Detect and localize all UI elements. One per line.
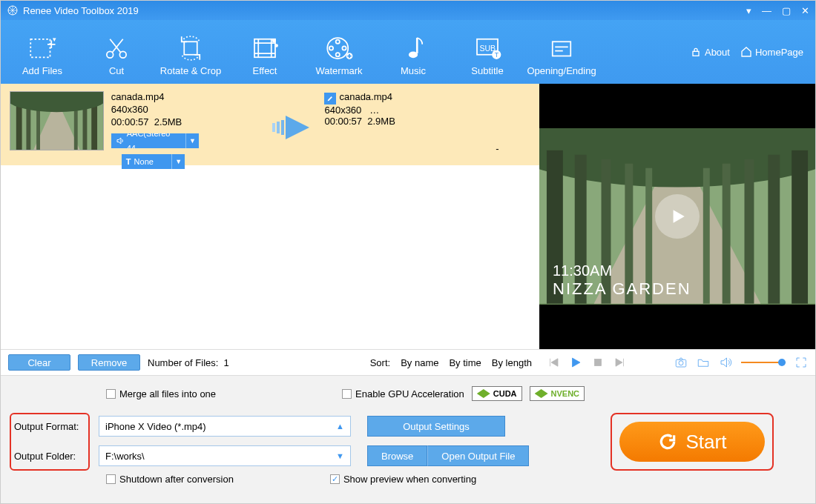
subtitle-icon: SUBT bbox=[450, 31, 524, 65]
tool-cut[interactable]: Cut bbox=[79, 28, 154, 76]
svg-marker-33 bbox=[286, 116, 309, 139]
gpu-accel-checkbox[interactable]: Enable GPU Acceleration bbox=[342, 388, 464, 399]
tool-label: Add Files bbox=[5, 65, 79, 76]
svg-point-6 bbox=[273, 39, 276, 42]
output-settings-label: Output Settings bbox=[403, 421, 470, 432]
output-folder-select[interactable]: F:\works\ ▼ bbox=[99, 445, 351, 466]
sort-by-name[interactable]: By name bbox=[401, 357, 438, 368]
tool-label: Opening/Ending bbox=[524, 65, 599, 76]
dash-placeholder: - bbox=[496, 143, 499, 154]
maximize-button[interactable]: ▢ bbox=[782, 5, 791, 16]
text-icon: T bbox=[126, 154, 131, 169]
scissors-icon bbox=[79, 31, 154, 65]
output-format-value: iPhone X Video (*.mp4) bbox=[105, 421, 206, 432]
convert-arrow-icon bbox=[266, 91, 317, 158]
source-info: canada.mp4 640x360 00:00:57 2.5MB AAC(St… bbox=[111, 91, 258, 158]
svg-point-11 bbox=[329, 46, 333, 50]
reel-plus-icon bbox=[302, 31, 376, 65]
svg-rect-30 bbox=[272, 123, 275, 132]
output-format-select[interactable]: iPhone X Video (*.mp4) ▲ bbox=[99, 416, 351, 437]
lock-icon bbox=[690, 46, 702, 58]
remove-button[interactable]: Remove bbox=[78, 354, 140, 371]
menu-caret-icon[interactable]: ▾ bbox=[746, 5, 751, 16]
remove-label: Remove bbox=[91, 357, 127, 368]
subtitle-track-select[interactable]: TNone ▼ bbox=[122, 154, 185, 169]
show-preview-checkbox[interactable]: Show preview when converting bbox=[330, 474, 476, 485]
open-output-label: Open Output File bbox=[441, 451, 515, 462]
open-folder-button[interactable] bbox=[697, 356, 710, 369]
main-toolbar: Add Files Cut Rotate & Crop Effect Water… bbox=[1, 20, 815, 84]
nvidia-eye-icon bbox=[535, 389, 548, 398]
sort-by-time[interactable]: By time bbox=[449, 357, 481, 368]
sort-by-length[interactable]: By length bbox=[492, 357, 532, 368]
dest-duration: 00:00:57 bbox=[324, 116, 362, 127]
svg-point-14 bbox=[409, 51, 418, 58]
play-button[interactable] bbox=[569, 356, 582, 369]
source-filename: canada.mp4 bbox=[111, 91, 258, 102]
music-note-icon bbox=[376, 31, 450, 65]
cuda-badge: CUDA bbox=[472, 386, 522, 401]
open-output-file-button[interactable]: Open Output File bbox=[427, 445, 529, 466]
file-row[interactable]: canada.mp4 640x360 00:00:57 2.5MB AAC(St… bbox=[1, 84, 539, 165]
shutdown-checkbox[interactable]: Shutdown after conversion bbox=[106, 474, 234, 485]
svg-rect-27 bbox=[36, 105, 40, 150]
svg-rect-49 bbox=[595, 359, 602, 366]
video-preview[interactable]: 11:30AM NIZZA GARDEN bbox=[539, 84, 815, 349]
tool-music[interactable]: Music bbox=[376, 28, 450, 76]
cuda-text: CUDA bbox=[493, 389, 517, 398]
start-button[interactable]: Start bbox=[619, 422, 765, 462]
volume-icon[interactable] bbox=[719, 356, 732, 369]
title-bar: Renee Video Toolbox 2019 ▾ — ▢ ✕ bbox=[1, 1, 815, 20]
fullscreen-button[interactable] bbox=[794, 356, 808, 369]
film-fx-icon bbox=[228, 31, 302, 65]
svg-text:T: T bbox=[495, 51, 499, 59]
minimize-button[interactable]: — bbox=[762, 5, 771, 16]
snapshot-button[interactable] bbox=[674, 356, 688, 369]
about-label: About bbox=[705, 47, 730, 58]
caret-down-icon: ▼ bbox=[185, 133, 199, 148]
svg-point-3 bbox=[119, 51, 126, 58]
tool-rotate-crop[interactable]: Rotate & Crop bbox=[154, 28, 228, 76]
svg-rect-5 bbox=[254, 39, 275, 57]
prev-button[interactable] bbox=[547, 356, 560, 369]
file-list-footer: Clear Remove Number of Files: 1 Sort: By… bbox=[1, 349, 539, 376]
sort-label: Sort: bbox=[370, 357, 390, 368]
svg-rect-4 bbox=[184, 42, 197, 55]
browse-label: Browse bbox=[381, 451, 413, 462]
clear-label: Clear bbox=[27, 357, 50, 368]
tool-effect[interactable]: Effect bbox=[228, 28, 302, 76]
source-duration: 00:00:57 bbox=[111, 116, 149, 127]
gpu-label: Enable GPU Acceleration bbox=[355, 388, 464, 399]
homepage-link[interactable]: HomePage bbox=[740, 46, 803, 58]
dest-resolution-more[interactable]: … bbox=[369, 105, 379, 116]
stop-button[interactable] bbox=[591, 356, 605, 369]
tool-subtitle[interactable]: SUBT Subtitle bbox=[450, 28, 524, 76]
volume-slider[interactable] bbox=[741, 362, 786, 363]
svg-point-7 bbox=[275, 44, 277, 47]
svg-rect-40 bbox=[768, 155, 780, 304]
tool-watermark[interactable]: Watermark bbox=[302, 28, 376, 76]
tool-opening-ending[interactable]: Opening/Ending bbox=[524, 28, 599, 76]
tool-label: Cut bbox=[79, 65, 154, 76]
edit-icon[interactable] bbox=[324, 93, 336, 105]
close-button[interactable]: ✕ bbox=[801, 5, 809, 16]
svg-rect-38 bbox=[792, 150, 808, 304]
preview-location: NIZZA GARDEN bbox=[553, 279, 691, 299]
browse-button[interactable]: Browse bbox=[367, 445, 427, 466]
subtitle-track-label: None bbox=[134, 154, 154, 169]
audio-track-select[interactable]: AAC(Stereo 44 ▼ bbox=[111, 133, 199, 148]
clear-button[interactable]: Clear bbox=[8, 354, 70, 371]
about-link[interactable]: About bbox=[690, 46, 730, 58]
nvenc-badge: NVENC bbox=[530, 386, 585, 401]
tool-label: Music bbox=[376, 65, 450, 76]
merge-files-checkbox[interactable]: Merge all files into one bbox=[106, 388, 216, 399]
svg-rect-28 bbox=[74, 105, 78, 150]
output-settings-button[interactable]: Output Settings bbox=[367, 416, 505, 437]
next-button[interactable] bbox=[613, 356, 627, 369]
caret-up-icon: ▲ bbox=[336, 422, 344, 431]
speaker-icon bbox=[116, 136, 125, 145]
play-overlay-button[interactable] bbox=[655, 194, 700, 239]
tool-add-files[interactable]: Add Files bbox=[5, 28, 79, 76]
caret-down-icon: ▼ bbox=[171, 154, 185, 169]
svg-rect-44 bbox=[723, 164, 731, 304]
